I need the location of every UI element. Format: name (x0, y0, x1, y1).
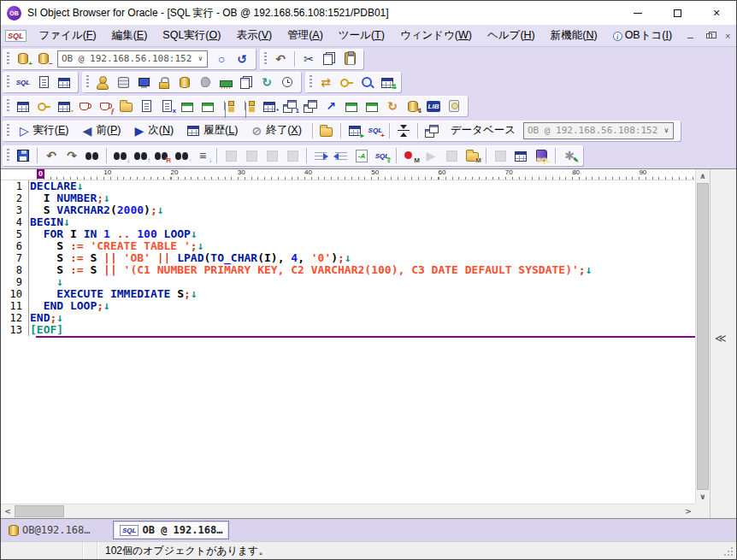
save-icon[interactable] (14, 146, 32, 165)
sql-window-icon[interactable]: SQL (14, 73, 32, 91)
function-icon[interactable]: ƒ (96, 97, 115, 115)
sql-search-icon[interactable] (357, 73, 376, 91)
db-stack-icon[interactable] (114, 73, 133, 91)
lock-icon[interactable] (155, 73, 174, 91)
prev-button[interactable]: ◀前(P) (76, 121, 127, 140)
tablespace-icon[interactable] (175, 73, 194, 91)
menu-item-window[interactable]: ウィンドウ(W) (392, 26, 480, 45)
pk-key-icon[interactable] (34, 97, 53, 115)
history-button[interactable]: 履歴(L) (181, 121, 244, 140)
synonym-icon[interactable]: * (260, 97, 279, 115)
sort-lines-icon[interactable]: ≡↓ (193, 146, 212, 165)
horizontal-scroll-track[interactable] (64, 504, 681, 518)
scroll-left-button[interactable]: < (1, 504, 15, 518)
sequence-icon[interactable] (239, 97, 258, 115)
recycle-bin-icon[interactable]: ↻ (257, 73, 276, 91)
execute-button[interactable]: ▷実行(E) (14, 121, 74, 140)
lamp-icon[interactable] (445, 97, 463, 115)
session-sync-icon[interactable]: ⇄ (316, 73, 335, 91)
replace-icon[interactable]: R (152, 146, 171, 165)
menu-item-new-features[interactable]: 新機能(N) (543, 26, 605, 45)
session-combo[interactable]: OB @ 192.168.56.108:152∨ (57, 50, 208, 68)
stop-button[interactable]: ⊘終了(X) (245, 121, 307, 140)
indent-icon[interactable] (311, 146, 330, 165)
export-icon[interactable]: ↗ (321, 97, 340, 115)
refresh-icon[interactable]: ↻ (383, 97, 402, 115)
maximize-button[interactable] (657, 1, 697, 25)
toolbar-grip[interactable] (264, 52, 267, 66)
mdi-window-icon[interactable] (301, 97, 320, 115)
find-prev-icon[interactable]: ↑ (132, 146, 150, 165)
package-body-icon[interactable] (198, 97, 217, 115)
table-doc-icon[interactable] (363, 97, 381, 115)
menu-item-edit[interactable]: 編集(E) (104, 26, 156, 45)
database-combo[interactable]: OB @ 192.168.56.108:152∨ (523, 122, 674, 139)
cut-icon[interactable]: ✂ (299, 50, 318, 68)
copy-icon[interactable] (320, 50, 339, 68)
menu-item-view[interactable]: 表示(V) (228, 26, 280, 45)
rollback-icon[interactable]: ↺ (233, 50, 251, 68)
paste-icon[interactable] (340, 50, 359, 68)
menu-item-sql-exec[interactable]: SQL実行(O) (155, 26, 228, 45)
minimize-button[interactable] (618, 1, 657, 25)
segment-icon[interactable] (196, 73, 215, 91)
table-icon[interactable] (14, 97, 32, 115)
menu-item-obtoko[interactable]: iOBトコ(I) (605, 26, 680, 45)
menu-item-help[interactable]: ヘルプ(H) (480, 26, 543, 45)
find-icon[interactable] (83, 146, 102, 165)
db-lightning-icon[interactable]: ↯ (404, 97, 422, 115)
mdi-close-button[interactable]: × (719, 29, 736, 43)
window-split-icon[interactable] (422, 121, 441, 140)
toolbar-grip[interactable] (7, 99, 9, 113)
toolbar-grip[interactable] (7, 52, 9, 66)
vertical-scrollbar[interactable]: ∧ ∨ (695, 169, 710, 504)
memory-icon[interactable] (216, 73, 235, 91)
table-green-icon[interactable] (342, 97, 361, 115)
client-icon[interactable] (134, 73, 153, 91)
find-history-icon[interactable]: ◦ (173, 146, 192, 165)
horizontal-scroll-thumb[interactable] (15, 505, 64, 517)
procedure-icon[interactable] (75, 97, 94, 115)
sql-editor[interactable]: 1DECLARE↓2 I NUMBER;↓3 S VARCHAR2(2000);… (1, 180, 695, 504)
editor-option-icon[interactable]: ✱✎ (560, 146, 579, 165)
dblink-icon[interactable]: 1 (280, 97, 299, 115)
resize-grip[interactable] (722, 542, 736, 559)
mdi-minimize-button[interactable] (681, 29, 699, 43)
commit-icon[interactable]: ○ (212, 50, 231, 68)
taskbar-object-browser-button[interactable]: OB@192.168… (3, 521, 105, 539)
undo-edit-icon[interactable]: ↶ (42, 146, 61, 165)
toolbar-grip[interactable] (7, 75, 9, 89)
chevron-down-icon[interactable]: ∨ (194, 55, 207, 62)
db-connect-icon[interactable]: + (14, 50, 32, 68)
db-disconnect-icon[interactable]: − (34, 50, 53, 68)
find-next-icon[interactable]: ↓ (111, 146, 130, 165)
redo-log-icon[interactable] (237, 73, 256, 91)
new-sql-icon[interactable]: SQL+ (366, 121, 385, 140)
toolbar-grip[interactable] (7, 124, 9, 138)
redo-edit-icon[interactable]: ↷ (62, 146, 81, 165)
package-icon[interactable] (116, 97, 135, 115)
view-icon[interactable] (137, 97, 156, 115)
open-file-icon[interactable] (317, 121, 336, 140)
outdent-icon[interactable] (332, 146, 351, 165)
scroll-right-button[interactable]: > (681, 504, 695, 518)
table-refresh-icon[interactable]: ⇅ (378, 73, 397, 91)
sql-document-icon[interactable]: SQL (5, 30, 27, 42)
menu-item-tools[interactable]: ツール(T) (331, 26, 392, 45)
grid-view-icon[interactable] (511, 146, 530, 165)
menu-item-admin[interactable]: 管理(A) (280, 26, 331, 45)
privilege-key-icon[interactable] (337, 73, 356, 91)
app-icon[interactable]: OB (7, 6, 21, 21)
shrink-rows-icon[interactable] (394, 121, 413, 140)
mdi-restore-button[interactable] (700, 29, 717, 43)
library-icon[interactable]: LIB (424, 97, 443, 115)
sql-reference-icon[interactable]: SQL (532, 146, 551, 165)
toolbar-grip[interactable] (7, 149, 9, 162)
script-icon[interactable] (34, 73, 53, 91)
object-list-icon[interactable] (55, 73, 74, 91)
trigger-icon[interactable] (219, 97, 238, 115)
scroll-down-button[interactable]: ∨ (696, 490, 710, 504)
mview-icon[interactable]: x (157, 97, 176, 115)
toolbar-grip[interactable] (310, 75, 312, 89)
menu-item-file[interactable]: ファイル(F) (32, 26, 104, 45)
